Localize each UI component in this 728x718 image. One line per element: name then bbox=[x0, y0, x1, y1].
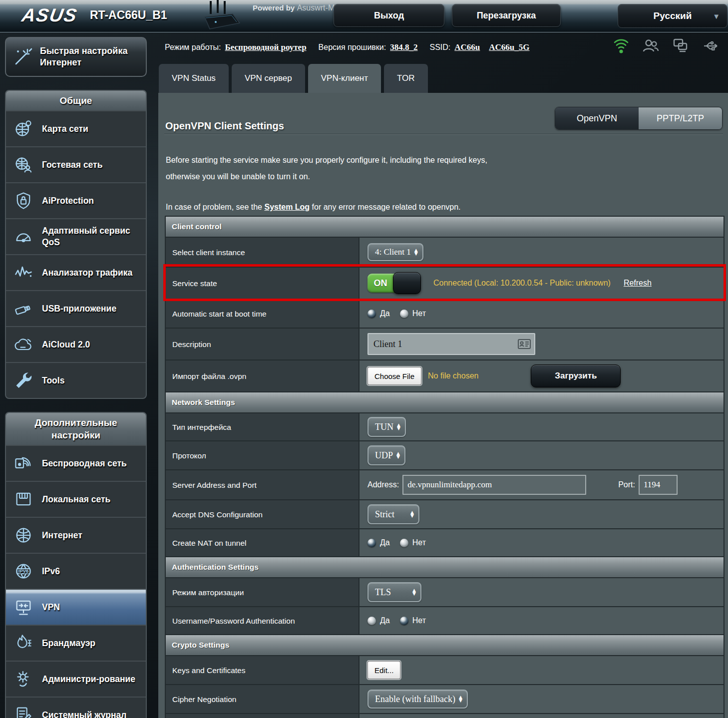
sidebar-section-advanced: Дополнительные настройки Беспроводная се… bbox=[5, 412, 147, 718]
toggle-knob[interactable] bbox=[393, 272, 421, 294]
row-label: Server Address and Port bbox=[166, 470, 360, 499]
file-status: No file chosen bbox=[428, 371, 478, 380]
upload-button[interactable]: Загрузить bbox=[531, 364, 621, 387]
refresh-link[interactable]: Refresh bbox=[624, 279, 652, 288]
sidebar-item-traffic-analyzer[interactable]: Анализатор трафика bbox=[6, 254, 146, 290]
sidebar-item-wan[interactable]: Интернет bbox=[6, 517, 146, 553]
language-label: Русский bbox=[654, 10, 692, 21]
ssid-5g-link[interactable]: AC66u_5G bbox=[489, 42, 529, 52]
globe-icon bbox=[12, 525, 35, 545]
select-arrows-icon: ▲▼ bbox=[410, 511, 414, 518]
sidebar-item-aiprotection[interactable]: AiProtection bbox=[6, 182, 146, 218]
dns-config-select[interactable]: Strict ▲▼ bbox=[367, 504, 419, 524]
sidebar-item-label: AiProtection bbox=[42, 195, 94, 207]
section-header-client-control: Client control bbox=[166, 217, 724, 237]
table-row: Тип интерфейса TUN ▲▼ bbox=[166, 412, 724, 440]
usb-status-icon[interactable] bbox=[702, 38, 720, 53]
tab-vpn-status[interactable]: VPN Status bbox=[159, 64, 229, 93]
section-header-crypto: Crypto Settings bbox=[166, 634, 724, 655]
firmware-label: Версия прошивки: bbox=[319, 43, 386, 52]
port-label: Port: bbox=[618, 480, 635, 489]
pptp-l2tp-button[interactable]: PPTP/L2TP bbox=[639, 107, 722, 129]
sidebar-item-lan[interactable]: Локальная сеть bbox=[6, 481, 146, 517]
service-state-toggle[interactable]: ON bbox=[367, 274, 419, 293]
tab-tor[interactable]: TOR bbox=[384, 64, 428, 93]
sidebar-item-administration[interactable]: Администри-рование bbox=[6, 661, 146, 697]
radio-label: Да bbox=[380, 309, 390, 318]
sidebar-item-label: VPN bbox=[42, 602, 60, 613]
devices-icon[interactable] bbox=[672, 38, 689, 54]
language-selector[interactable]: Русский ▼ bbox=[618, 4, 728, 28]
ssid-label: SSID: bbox=[430, 43, 451, 52]
sidebar-item-system-log[interactable]: Системный журнал bbox=[6, 697, 146, 718]
clients-icon[interactable] bbox=[642, 38, 659, 54]
vpn-monitor-icon bbox=[12, 597, 35, 617]
wifi-status-icon[interactable] bbox=[613, 37, 629, 54]
sidebar-item-label: IPv6 bbox=[42, 566, 60, 577]
sidebar-item-quick-setup[interactable]: Быстрая настройка Интернет bbox=[5, 37, 147, 77]
server-address-input[interactable] bbox=[402, 475, 586, 495]
table-row: Режим авторизации TLS ▲▼ bbox=[166, 577, 724, 606]
router-admin-page: ASUS RT-AC66U_B1 Powered by Asuswrt-Merl… bbox=[0, 0, 728, 718]
choose-file-button[interactable]: Choose File bbox=[367, 367, 421, 385]
userpass-no-radio[interactable] bbox=[400, 617, 408, 625]
client-instance-value: 4: Client 1 bbox=[375, 247, 411, 257]
row-label: Username/Password Authentication bbox=[166, 607, 360, 634]
server-port-input[interactable] bbox=[639, 475, 678, 495]
connection-status: Connected (Local: 10.200.0.54 - Public: … bbox=[433, 279, 611, 288]
logout-button[interactable]: Выход bbox=[334, 4, 444, 27]
vpn-type-switch: OpenVPN PPTP/L2TP bbox=[555, 107, 723, 130]
table-row: Протокол UDP ▲▼ bbox=[166, 440, 724, 469]
cipher-negotiation-select[interactable]: Enable (with fallback) ▲▼ bbox=[367, 690, 468, 709]
settings-table: Client control Select client instance 4:… bbox=[165, 216, 725, 718]
sidebar-item-guest-network[interactable]: Гостевая сеть bbox=[6, 146, 146, 182]
firmware-link[interactable]: 384.8_2 bbox=[390, 42, 417, 52]
tab-vpn-server[interactable]: VPN сервер bbox=[232, 64, 305, 93]
autostart-yes-radio[interactable] bbox=[367, 310, 376, 318]
edit-keys-button[interactable]: Edit... bbox=[367, 661, 400, 679]
sidebar-item-ipv6[interactable]: IPV6 IPv6 bbox=[6, 553, 146, 589]
protocol-select[interactable]: UDP ▲▼ bbox=[367, 445, 405, 465]
system-log-link[interactable]: System Log bbox=[264, 203, 310, 211]
row-label: Description bbox=[166, 329, 360, 359]
row-label: Service state bbox=[166, 268, 360, 299]
client-instance-select[interactable]: 4: Client 1 ▲▼ bbox=[367, 243, 423, 261]
tab-vpn-client[interactable]: VPN-клиент bbox=[308, 64, 381, 93]
autostart-no-radio[interactable] bbox=[400, 310, 408, 318]
guest-network-icon bbox=[12, 155, 35, 175]
openvpn-button[interactable]: OpenVPN bbox=[555, 107, 639, 129]
nat-yes-radio[interactable] bbox=[367, 539, 376, 547]
sidebar-item-network-map[interactable]: Карта сети bbox=[6, 110, 146, 146]
select-arrows-icon: ▲▼ bbox=[414, 249, 418, 256]
userpass-yes-radio[interactable] bbox=[367, 617, 376, 625]
ssid-2g-link[interactable]: AC66u bbox=[454, 42, 480, 52]
address-label: Address: bbox=[367, 480, 399, 489]
powered-by-line1: Powered by bbox=[253, 3, 295, 12]
sidebar-item-qos[interactable]: Адаптивный сервис QoS bbox=[6, 218, 146, 254]
sidebar-item-wireless[interactable]: Беспроводная сеть bbox=[6, 445, 146, 481]
radio-label: Нет bbox=[412, 309, 426, 318]
radio-label: Да bbox=[380, 616, 390, 625]
description-input[interactable] bbox=[367, 333, 535, 355]
interface-type-value: TUN bbox=[375, 422, 393, 432]
sidebar-item-aicloud[interactable]: AiCloud 2.0 bbox=[6, 326, 146, 362]
sidebar-item-vpn[interactable]: VPN bbox=[6, 589, 146, 625]
mode-link[interactable]: Беспроводной роутер bbox=[225, 42, 307, 52]
sidebar-section-general: Общие Карта сети Гостевая сеть bbox=[5, 90, 147, 399]
auth-mode-select[interactable]: TLS ▲▼ bbox=[367, 582, 421, 602]
nat-no-radio[interactable] bbox=[400, 539, 408, 547]
reboot-button[interactable]: Перезагрузка bbox=[452, 4, 561, 27]
asus-logo: ASUS bbox=[20, 5, 79, 26]
table-row: Select client instance 4: Client 1 ▲▼ bbox=[166, 237, 724, 267]
sidebar-item-firewall[interactable]: Брандмауэр bbox=[6, 625, 146, 661]
vpn-client-panel: OpenVPN Client Settings OpenVPN PPTP/L2T… bbox=[158, 93, 728, 718]
sidebar-item-label: Администри-рование bbox=[42, 674, 135, 685]
gear-icon bbox=[12, 669, 35, 689]
section-title: Общие bbox=[6, 91, 146, 110]
contact-card-icon[interactable] bbox=[518, 339, 531, 349]
interface-type-select[interactable]: TUN ▲▼ bbox=[367, 417, 406, 437]
table-row-partial bbox=[166, 713, 724, 718]
sidebar-item-label: Беспроводная сеть bbox=[42, 458, 127, 469]
sidebar-item-usb-application[interactable]: USB-приложение bbox=[6, 290, 146, 326]
sidebar-item-tools[interactable]: Tools bbox=[6, 362, 146, 398]
